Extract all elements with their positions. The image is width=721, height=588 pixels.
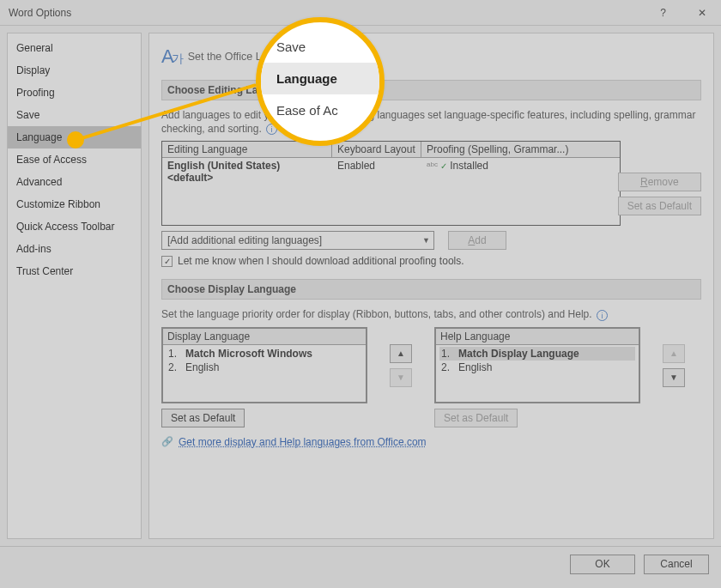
list-item[interactable]: 1.Match Microsoft Windows (167, 347, 362, 361)
set-default-display-button[interactable]: Set as Default (161, 409, 245, 427)
set-default-help-button[interactable]: Set as Default (434, 409, 518, 427)
callout-anchor-dot (67, 131, 84, 149)
language-pref-icon: A가 (161, 45, 181, 68)
ok-button[interactable]: OK (570, 555, 635, 574)
editing-language-table: Editing Language Keyboard Layout Proofin… (161, 141, 621, 226)
list-item[interactable]: 1.Match Display Language (439, 347, 635, 361)
checkmark-icon: ✓ (440, 161, 447, 171)
options-content: A가 Set the Office Language Preferences. … (148, 33, 714, 539)
help-move-down-button[interactable]: ▼ (663, 368, 685, 387)
sidebar-item-customize-ribbon[interactable]: Customize Ribbon (8, 193, 141, 215)
link-icon: 🔗 (161, 436, 173, 448)
help-language-listbox[interactable]: Help Language 1.Match Display Language 2… (434, 327, 640, 403)
sidebar-item-proofing[interactable]: Proofing (8, 82, 141, 104)
callout-item: Language (261, 63, 379, 94)
list-item[interactable]: 2.English (167, 361, 362, 374)
add-language-combo[interactable]: [Add additional editing languages] ▼ (161, 231, 434, 250)
display-language-description: Set the language priority order for disp… (161, 308, 701, 322)
sidebar-item-display[interactable]: Display (8, 59, 141, 82)
list-item[interactable]: 2.English (439, 361, 635, 374)
chevron-down-icon: ▼ (422, 236, 430, 245)
close-button[interactable]: ✕ (682, 0, 721, 26)
sidebar-item-add-ins[interactable]: Add-ins (8, 238, 141, 260)
callout-item: Save (261, 31, 379, 63)
options-sidebar: GeneralDisplayProofingSaveLanguageEase o… (7, 33, 142, 539)
lang-keyboard: Enabled (332, 158, 421, 185)
cancel-button[interactable]: Cancel (644, 555, 709, 574)
download-proofing-label: Let me know when I should download addit… (178, 255, 464, 267)
callout-item: Ease of Ac (261, 94, 379, 126)
sidebar-item-advanced[interactable]: Advanced (8, 171, 141, 193)
display-move-down-button[interactable]: ▼ (390, 368, 412, 387)
lang-proofing: abc✓ Installed (421, 158, 620, 185)
sidebar-item-quick-access-toolbar[interactable]: Quick Access Toolbar (8, 215, 141, 238)
add-button[interactable]: Add (448, 231, 506, 250)
language-row[interactable]: English (United States) <default> Enable… (162, 158, 620, 185)
info-icon[interactable]: i (597, 310, 608, 321)
help-language-header: Help Language (436, 329, 639, 345)
display-language-listbox[interactable]: Display Language 1.Match Microsoft Windo… (161, 327, 367, 403)
editing-language-description: Add languages to edit your documents. Ed… (161, 109, 701, 136)
window-title: Word Options (9, 7, 71, 19)
help-button[interactable]: ? (644, 0, 682, 26)
sidebar-item-save[interactable]: Save (8, 104, 141, 126)
sidebar-item-ease-of-access[interactable]: Ease of Access (8, 149, 141, 171)
download-proofing-checkbox[interactable]: ✓ (161, 256, 173, 267)
section-display-language: Choose Display Language (161, 279, 701, 300)
col-keyboard-layout[interactable]: Keyboard Layout (332, 142, 421, 158)
dialog-footer: OK Cancel (0, 546, 721, 581)
help-move-up-button[interactable]: ▲ (663, 344, 685, 363)
remove-button[interactable]: Remove (618, 173, 701, 191)
display-language-header: Display Language (163, 329, 366, 345)
set-default-editing-button[interactable]: Set as Default (618, 197, 701, 215)
lang-name: English (United States) <default> (162, 158, 332, 185)
display-move-up-button[interactable]: ▲ (390, 344, 412, 363)
spellcheck-icon: abc (427, 161, 438, 168)
callout-magnifier: SaveLanguageEase of Ac (256, 17, 385, 146)
sidebar-item-general[interactable]: General (8, 37, 141, 59)
col-proofing[interactable]: Proofing (Spelling, Grammar...) (421, 142, 620, 158)
sidebar-item-trust-center[interactable]: Trust Center (8, 260, 141, 282)
get-more-languages-link[interactable]: Get more display and Help languages from… (179, 436, 427, 448)
title-bar: Word Options ? ✕ (0, 0, 721, 26)
